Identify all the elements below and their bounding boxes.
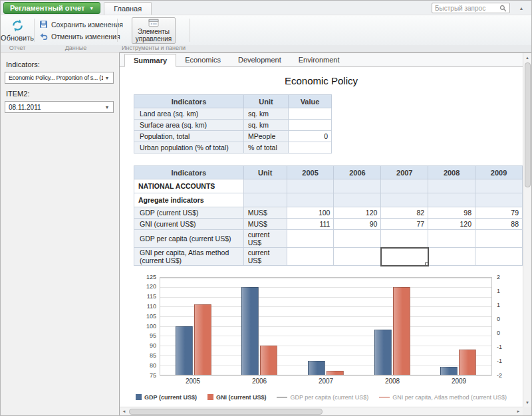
horizontal-scrollbar[interactable]: ◄ ► — [120, 407, 523, 415]
value-cell[interactable] — [475, 248, 523, 266]
search-input[interactable] — [435, 5, 497, 12]
value-cell[interactable] — [334, 179, 381, 193]
value-cell[interactable] — [287, 230, 334, 248]
value-cell[interactable]: 120 — [334, 207, 381, 219]
indicators-combo[interactable]: Economic Policy... Proportion of s... (1… — [5, 72, 114, 84]
unit-cell: sq. km — [244, 108, 289, 120]
value-cell[interactable] — [381, 179, 428, 193]
chart-axis-left: 1251201151101051009590858075 — [140, 277, 160, 375]
scroll-left-button[interactable]: ◄ — [120, 407, 128, 416]
value-cell[interactable]: 82 — [381, 207, 428, 219]
tab-development[interactable]: Development — [229, 53, 290, 66]
scroll-right-button[interactable]: ► — [514, 407, 523, 416]
col-header-value: Value — [289, 95, 332, 108]
refresh-button[interactable]: Обновить — [0, 17, 37, 43]
selected-cell[interactable] — [381, 248, 428, 266]
col-header-2007: 2007 — [381, 166, 428, 179]
scroll-down-button[interactable]: ▼ — [523, 398, 532, 407]
group-label-report: Отчет — [1, 45, 34, 51]
summary-value-table: Indicators Unit Value Land area (sq. km)… — [134, 94, 332, 154]
chart-bar — [327, 371, 344, 375]
arrow-down-icon: ▼ — [525, 401, 529, 405]
axis-tick-label: 90 — [150, 342, 156, 349]
undo-changes-button[interactable]: Отменить изменения — [39, 32, 120, 41]
legend-label: GDP (current US$) — [144, 394, 197, 401]
chevron-down-icon: ▼ — [89, 6, 94, 11]
indicator-cell: Agregate indicators — [134, 193, 244, 207]
unit-cell: MUS$ — [243, 219, 287, 230]
axis-tick-label: 110 — [147, 303, 156, 310]
legend-item-gni: GNI (current US$) — [207, 394, 267, 401]
value-cell[interactable] — [334, 193, 381, 207]
ribbon-group-tools: Элементы управления — [118, 17, 190, 44]
tab-economics[interactable]: Economics — [176, 53, 229, 66]
value-cell[interactable] — [428, 230, 475, 248]
value-cell[interactable] — [289, 142, 332, 154]
chart-plot — [160, 277, 492, 375]
value-cell[interactable]: 98 — [428, 207, 475, 219]
value-cell[interactable] — [334, 230, 381, 248]
quick-search-box[interactable] — [432, 3, 510, 13]
table-row: Surface area (sq. km) sq. km — [134, 120, 332, 131]
chart-x-axis: 20052006200720082009 — [140, 375, 509, 385]
col-header-2009: 2009 — [475, 166, 523, 179]
value-cell[interactable] — [289, 120, 332, 131]
legend-item-gdp-per-capita: GDP per capita (current US$) — [277, 394, 368, 401]
collapse-ribbon-button[interactable]: ▲ — [515, 3, 527, 13]
value-cell[interactable] — [428, 248, 475, 266]
value-cell[interactable]: 100 — [287, 207, 334, 219]
legend-label: GNI (current US$) — [216, 394, 267, 401]
scrollbar-corner — [523, 407, 531, 415]
table-header-row: Indicators Unit 2005 2006 2007 2008 2009 — [134, 166, 523, 179]
chevron-down-icon: ▼ — [103, 76, 111, 80]
value-cell[interactable]: 0 — [289, 131, 332, 142]
bar-group-2007 — [307, 278, 344, 375]
value-cell[interactable] — [287, 179, 334, 193]
item2-combo[interactable]: 08.11.2011 ▼ — [5, 101, 114, 113]
value-cell[interactable] — [475, 179, 523, 193]
value-cell[interactable]: 79 — [475, 207, 523, 219]
report-menu-button[interactable]: Регламентный отчет ▼ — [3, 2, 100, 14]
value-cell[interactable]: 90 — [334, 219, 381, 230]
scroll-up-button[interactable]: ▲ — [523, 53, 532, 62]
value-cell[interactable] — [287, 193, 334, 207]
value-cell[interactable] — [334, 248, 381, 266]
section-row: NATIONAL ACCOUNTS — [134, 179, 523, 193]
group-separator — [190, 19, 190, 42]
value-cell[interactable] — [289, 108, 332, 120]
indicator-cell: Land area (sq. km) — [134, 108, 244, 120]
value-cell[interactable] — [475, 230, 523, 248]
value-cell[interactable]: 77 — [381, 219, 428, 230]
value-cell[interactable] — [428, 193, 475, 207]
tab-home[interactable]: Главная — [104, 2, 152, 15]
tab-environment[interactable]: Environment — [290, 53, 348, 66]
indicators-combo-value: Economic Policy... Proportion of s... (1 — [9, 74, 103, 81]
axis-tick-label: 75 — [150, 372, 156, 379]
value-cell[interactable] — [475, 193, 523, 207]
legend-swatch-bar — [207, 394, 213, 400]
save-changes-button[interactable]: Сохранить изменения — [39, 20, 123, 29]
value-cell[interactable]: 88 — [475, 219, 523, 230]
legend-item-gni-per-capita: GNI per capita, Atlas method (current US… — [379, 394, 507, 401]
value-cell[interactable] — [381, 230, 428, 248]
vertical-scrollbar[interactable]: ▲ ▼ — [523, 53, 531, 407]
axis-tick-label: -1 — [497, 358, 502, 364]
value-cell[interactable] — [287, 248, 334, 266]
indicator-cell: Surface area (sq. km) — [134, 120, 244, 131]
axis-tick-label: 0 — [497, 316, 500, 322]
tab-summary[interactable]: Summary — [124, 54, 176, 67]
vertical-scroll-thumb[interactable] — [525, 62, 531, 187]
section-row: Agregate indicators — [134, 193, 523, 207]
value-cell[interactable] — [428, 179, 475, 193]
axis-tick-label: 0 — [497, 330, 500, 336]
horizontal-scroll-thumb[interactable] — [129, 409, 323, 415]
value-cell[interactable] — [381, 193, 428, 207]
col-header-unit: Unit — [243, 166, 287, 179]
value-cell[interactable]: 120 — [428, 219, 475, 230]
value-cell[interactable]: 111 — [287, 219, 334, 230]
search-icon — [499, 5, 507, 12]
axis-tick-label: 95 — [150, 332, 156, 339]
col-header-indicators: Indicators — [134, 166, 244, 179]
chart-bar — [308, 361, 325, 374]
control-elements-button[interactable]: Элементы управления — [132, 17, 176, 44]
